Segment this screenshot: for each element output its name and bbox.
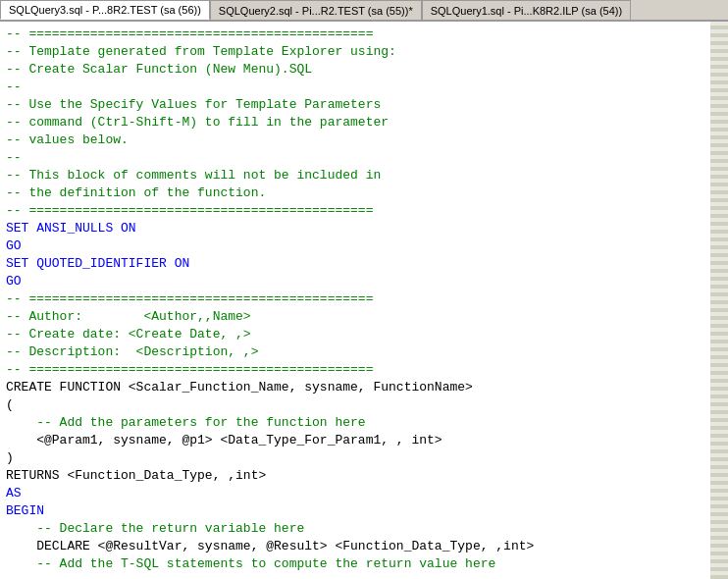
code-line: -- values below. xyxy=(6,132,722,149)
editor-area[interactable]: -- =====================================… xyxy=(0,22,728,579)
line-content: -- Declare the return variable here xyxy=(6,520,722,538)
code-line: -- =====================================… xyxy=(6,202,722,220)
code-line: -- the definition of the function. xyxy=(6,184,722,202)
code-line: ( xyxy=(6,396,722,414)
line-content: -- Create Scalar Function (New Menu).SQL xyxy=(6,61,722,79)
code-line: -- =====================================… xyxy=(6,290,722,308)
code-line: <@Param1, sysname, @p1> <Data_Type_For_P… xyxy=(6,432,722,449)
line-content: -- Add the T-SQL statements to compute t… xyxy=(6,555,722,573)
line-content: -- =====================================… xyxy=(6,202,722,220)
line-content: GO xyxy=(6,273,722,290)
line-content: -- xyxy=(6,149,722,167)
code-line: -- command (Ctrl-Shift-M) to fill in the… xyxy=(6,114,722,132)
code-line: AS xyxy=(6,485,722,502)
code-line: GO xyxy=(6,273,722,290)
code-line: -- xyxy=(6,79,722,96)
line-content: ( xyxy=(6,396,722,414)
code-line: -- Author: <Author,,Name> xyxy=(6,308,722,326)
code-line: RETURNS <Function_Data_Type, ,int> xyxy=(6,467,722,485)
tab-query2-label: SQLQuery2.sql - Pi...R2.TEST (sa (55))* xyxy=(219,5,413,17)
line-content: -- xyxy=(6,79,722,96)
line-content: DECLARE <@ResultVar, sysname, @Result> <… xyxy=(6,538,722,555)
code-line: -- Add the parameters for the function h… xyxy=(6,414,722,432)
code-line: BEGIN xyxy=(6,502,722,520)
line-content: CREATE FUNCTION <Scalar_Function_Name, s… xyxy=(6,379,722,396)
line-content: -- =====================================… xyxy=(6,26,722,43)
code-line: -- Declare the return variable here xyxy=(6,520,722,538)
code-line: SET ANSI_NULLS ON xyxy=(6,220,722,237)
line-content: -- Author: <Author,,Name> xyxy=(6,308,722,326)
line-content: SET ANSI_NULLS ON xyxy=(6,220,722,237)
code-line: -- xyxy=(6,149,722,167)
code-line: -- Description: <Description, ,> xyxy=(6,343,722,361)
line-content: -- Template generated from Template Expl… xyxy=(6,43,722,61)
code-line: -- Create Scalar Function (New Menu).SQL xyxy=(6,61,722,79)
code-line: CREATE FUNCTION <Scalar_Function_Name, s… xyxy=(6,379,722,396)
code-line: -- This block of comments will not be in… xyxy=(6,167,722,184)
code-line: -- =====================================… xyxy=(6,26,722,43)
tab-bar: SQLQuery3.sql - P...8R2.TEST (sa (56)) S… xyxy=(0,0,728,22)
tab-query1-label: SQLQuery1.sql - Pi...K8R2.ILP (sa (54)) xyxy=(431,5,622,17)
right-edge xyxy=(710,22,728,579)
code-line: -- Add the T-SQL statements to compute t… xyxy=(6,555,722,573)
tab-query1[interactable]: SQLQuery1.sql - Pi...K8R2.ILP (sa (54)) xyxy=(422,0,631,20)
line-content: SET QUOTED_IDENTIFIER ON xyxy=(6,255,722,273)
tab-query3[interactable]: SQLQuery3.sql - P...8R2.TEST (sa (56)) xyxy=(0,0,210,20)
line-content: -- Description: <Description, ,> xyxy=(6,343,722,361)
line-content: BEGIN xyxy=(6,502,722,520)
line-content: ) xyxy=(6,449,722,467)
code-line: DECLARE <@ResultVar, sysname, @Result> <… xyxy=(6,538,722,555)
line-content: <@Param1, sysname, @p1> <Data_Type_For_P… xyxy=(6,432,722,449)
code-line: -- Use the Specify Values for Template P… xyxy=(6,96,722,114)
line-content: GO xyxy=(6,237,722,255)
code-line: -- =====================================… xyxy=(6,361,722,379)
line-content: -- command (Ctrl-Shift-M) to fill in the… xyxy=(6,114,722,132)
code-line: SET QUOTED_IDENTIFIER ON xyxy=(6,255,722,273)
code-line: -- Template generated from Template Expl… xyxy=(6,43,722,61)
line-content: -- values below. xyxy=(6,132,722,149)
tab-query3-label: SQLQuery3.sql - P...8R2.TEST (sa (56)) xyxy=(9,4,201,16)
code-line: -- Create date: <Create Date, ,> xyxy=(6,326,722,343)
line-content: -- This block of comments will not be in… xyxy=(6,167,722,184)
code-line: ) xyxy=(6,449,722,467)
tab-query2[interactable]: SQLQuery2.sql - Pi...R2.TEST (sa (55))* xyxy=(210,0,422,20)
line-content: AS xyxy=(6,485,722,502)
line-content: -- Create date: <Create Date, ,> xyxy=(6,326,722,343)
line-content: RETURNS <Function_Data_Type, ,int> xyxy=(6,467,722,485)
line-content: -- =====================================… xyxy=(6,290,722,308)
line-content: -- Add the parameters for the function h… xyxy=(6,414,722,432)
line-content: -- the definition of the function. xyxy=(6,184,722,202)
line-content: -- Use the Specify Values for Template P… xyxy=(6,96,722,114)
code-line: GO xyxy=(6,237,722,255)
line-content: -- =====================================… xyxy=(6,361,722,379)
